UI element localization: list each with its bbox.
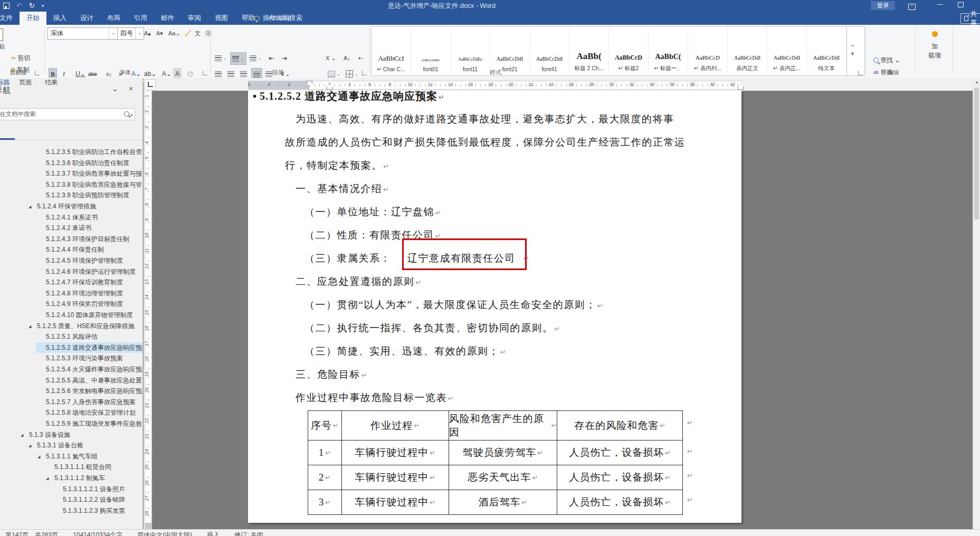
save-icon[interactable] xyxy=(3,3,9,9)
font-name-select[interactable]: 宋体⌄ xyxy=(47,27,118,40)
redo-icon[interactable]: ↻ xyxy=(29,2,35,10)
close-icon[interactable]: × xyxy=(129,84,133,93)
document-line[interactable]: （三）隶属关系：辽宁意成有限责任公司↵ xyxy=(305,252,391,264)
cut-button[interactable]: ✂剪切 xyxy=(9,52,32,64)
nav-item[interactable]: 5.1.2.5.7 人身伤害事故应急预案 xyxy=(0,397,142,407)
undo-icon[interactable]: ↶ xyxy=(16,2,22,10)
status-item[interactable]: 10414/10334个字 xyxy=(73,531,122,536)
vertical-ruler[interactable]: 1234567891011121314151617181920212223242… xyxy=(144,91,152,529)
style-item[interactable]: AaBbCcI↵ Char C... xyxy=(372,27,411,75)
expand-triangle-icon[interactable]: ◢ xyxy=(28,321,31,331)
nav-search-input[interactable]: 在文档中搜索 ▾ xyxy=(0,108,135,120)
table-header-cell[interactable]: 存在的风险和危害↵ xyxy=(557,411,682,440)
tab-引用[interactable]: 引用 xyxy=(127,12,154,25)
tab-插入[interactable]: 插入 xyxy=(46,12,73,25)
style-item[interactable]: AaBbCcD↵ 标题2 xyxy=(609,27,649,75)
table-cell[interactable]: 人员伤亡，设备损坏↵ xyxy=(557,440,682,465)
table-cell[interactable]: 人员伤亡，设备损坏↵ xyxy=(557,490,682,514)
document-heading[interactable]: 5.1.2.5.2 道路交通事故应急响应预案↵ xyxy=(260,89,444,103)
style-item[interactable]: AaBbCcDdI表内正文 xyxy=(728,27,767,75)
tell-me-search[interactable]: 操作说明搜索 xyxy=(254,12,302,25)
table-cell[interactable]: 1↵ xyxy=(308,440,342,465)
nav-item[interactable]: ◢5.1.3 设备设施 xyxy=(0,429,142,440)
document-line[interactable]: （一）贯彻“以人为本”，最大限度保证人员生命安全的原则；↵ xyxy=(305,299,603,311)
style-item[interactable]: AaBbCcDdIfont41 xyxy=(530,27,569,75)
clipboard-dialog-launcher-icon[interactable] xyxy=(35,71,40,75)
document-line[interactable]: 为迅速、高效、有序的做好道路交通事故处理，避免事态扩大，最大限度的将事 xyxy=(296,113,674,125)
document-line[interactable]: 三、危险目标↵ xyxy=(296,368,367,380)
multilevel-list-button[interactable]: ⌄ xyxy=(248,52,263,64)
style-item[interactable]: AaBbCcDdI↵ 表内正... xyxy=(767,27,807,75)
document-line[interactable]: 行，特制定本预案。↵ xyxy=(285,159,389,171)
nav-item[interactable]: ◢5.1.3.1.1.2 制氮车 xyxy=(0,473,142,483)
nav-item[interactable]: ◢5.1.3.1 设备台账 xyxy=(0,440,142,451)
decrease-indent-button[interactable]: ⇤ xyxy=(267,52,276,64)
bullets-button[interactable]: ⌄ xyxy=(213,52,229,64)
nav-item[interactable]: 5.1.2.4.7 环保培训教育制度 xyxy=(0,277,142,288)
document-line[interactable]: （三）简捷、实用、迅速、有效的原则；↵ xyxy=(305,345,506,357)
status-item[interactable]: 插入 xyxy=(207,531,220,536)
table-cell[interactable]: 驾驶员疲劳驾车↵ xyxy=(449,440,558,465)
style-item[interactable]: AaBbCcDdEefont11 xyxy=(451,27,490,75)
nav-item[interactable]: ◢5.1.2.5 质量、HSE和应急保障措施 xyxy=(0,321,142,331)
style-item[interactable]: AaBb(标题 2 Ch... xyxy=(569,27,609,75)
expand-triangle-icon[interactable]: ◢ xyxy=(46,473,49,483)
nav-item[interactable]: ◢5.1.3.1.1 氮气车组 xyxy=(0,451,142,462)
table-cell[interactable]: 恶劣天气出车↵ xyxy=(449,465,558,490)
nav-item[interactable]: 5.1.2.4.2 承诺书 xyxy=(0,223,142,233)
numbering-button[interactable]: ⌄ xyxy=(230,52,246,65)
table-cell[interactable]: 车辆行驶过程中↵ xyxy=(342,440,449,465)
table-cell[interactable]: 人员伤亡，设备损坏↵ xyxy=(557,465,682,490)
nav-item[interactable]: 5.1.2.4.8 环境治理管理制度 xyxy=(0,288,142,299)
sort-button[interactable]: A↓ xyxy=(342,52,352,64)
table-header-cell[interactable]: 作业过程↵ xyxy=(342,411,449,440)
nav-item[interactable]: 5.1.2.3.9 职业病预防管理制度 xyxy=(0,190,142,200)
table-cell[interactable]: 车辆行驶过程中↵ xyxy=(342,490,449,514)
scrollbar-thumb[interactable] xyxy=(974,88,979,219)
asian-layout-button[interactable]: X ⌄ xyxy=(324,52,338,64)
document-line[interactable]: （二）执行统一指挥、各负其责、密切协同的原则。↵ xyxy=(305,322,560,334)
expand-triangle-icon[interactable]: ◢ xyxy=(28,441,31,451)
char-border-button[interactable]: Ⓐ xyxy=(204,27,213,39)
tab-file[interactable]: 文件 xyxy=(0,12,20,25)
find-button[interactable]: 查找 ⌄ xyxy=(872,54,901,66)
document-line[interactable]: 故所造成的人员伤亡和财产损失降低到最低程度，保障分公司生产经营工作的正常运 xyxy=(285,136,686,148)
nav-item[interactable]: 5.1.2.5.9 施工现场突发事件应急救... xyxy=(0,418,142,429)
share-button[interactable]: 共享 xyxy=(960,13,980,24)
document-line[interactable]: 二、应急处置遵循的原则↵ xyxy=(296,275,421,288)
nav-item[interactable]: 5.1.3.1.1.2.3 购买发票 xyxy=(0,505,142,516)
tab-开始[interactable]: 开始 xyxy=(20,12,46,25)
document-page[interactable]: 5.1.2.5.2 道路交通事故应急响应预案↵ 为迅速、高效、有序的做好道路交通… xyxy=(248,91,741,523)
show-marks-button[interactable]: ⇠ xyxy=(357,52,365,64)
table-header-cell[interactable]: 风险和危害产生的原因↵ xyxy=(449,411,558,440)
styles-more-button[interactable]: ▔▼ xyxy=(846,27,858,75)
ribbon-display-options-icon[interactable]: ^ xyxy=(908,2,916,10)
chevron-down-icon[interactable]: ⌄ xyxy=(109,28,117,39)
status-item[interactable]: 修订: 关闭 xyxy=(234,531,263,536)
nav-item[interactable]: 5.1.2.4.10 固体废弃物管理制度 xyxy=(0,310,142,320)
tab-视图[interactable]: 视图 xyxy=(208,12,235,25)
nav-item[interactable]: 5.1.2.4.9 环保奖罚管理制度 xyxy=(0,299,142,309)
document-scrollbar[interactable]: ▲ xyxy=(973,78,980,529)
nav-item[interactable]: 5.1.2.5.4 火灾爆炸事故应急响应预案 xyxy=(0,364,142,375)
font-dialog-launcher-icon[interactable] xyxy=(203,71,207,75)
expand-triangle-icon[interactable]: ◢ xyxy=(21,430,23,440)
shrink-font-button[interactable]: A▾ xyxy=(155,27,165,39)
style-item[interactable]: AaBbCcD↵ 表内列... xyxy=(688,27,728,75)
paste-button[interactable]: 粘贴⌄ xyxy=(0,26,8,73)
nav-item[interactable]: 5.1.2.3.7 职业病危害事故处置与报... xyxy=(0,168,142,179)
status-item[interactable]: 简体中文(中国大陆) xyxy=(137,531,192,536)
nav-item[interactable]: 5.1.2.3.6 职业病防治责任制度 xyxy=(0,158,142,168)
status-item[interactable]: 第142页，共263页 xyxy=(5,531,58,536)
qat-customize-icon[interactable]: ▾ xyxy=(42,3,44,8)
document-line[interactable]: 一、基本情况介绍↵ xyxy=(296,183,389,195)
minimize-icon[interactable]: — xyxy=(937,1,943,7)
style-item[interactable]: AaBbCcDdEefont01 xyxy=(411,27,451,75)
nav-tab-标题[interactable]: 标题 xyxy=(0,78,9,87)
sign-in-button[interactable]: 登录 xyxy=(871,1,895,10)
nav-item[interactable]: 5.1.2.5.5 高温、中暑事故应急处置... xyxy=(0,375,142,386)
document-line[interactable]: 作业过程中事故危险目标一览表↵ xyxy=(296,391,454,404)
expand-triangle-icon[interactable]: ◢ xyxy=(37,452,40,462)
nav-item[interactable]: 5.1.2.4.1 体系证书 xyxy=(0,212,142,223)
table-cell[interactable]: 酒后驾车↵ xyxy=(449,490,558,514)
